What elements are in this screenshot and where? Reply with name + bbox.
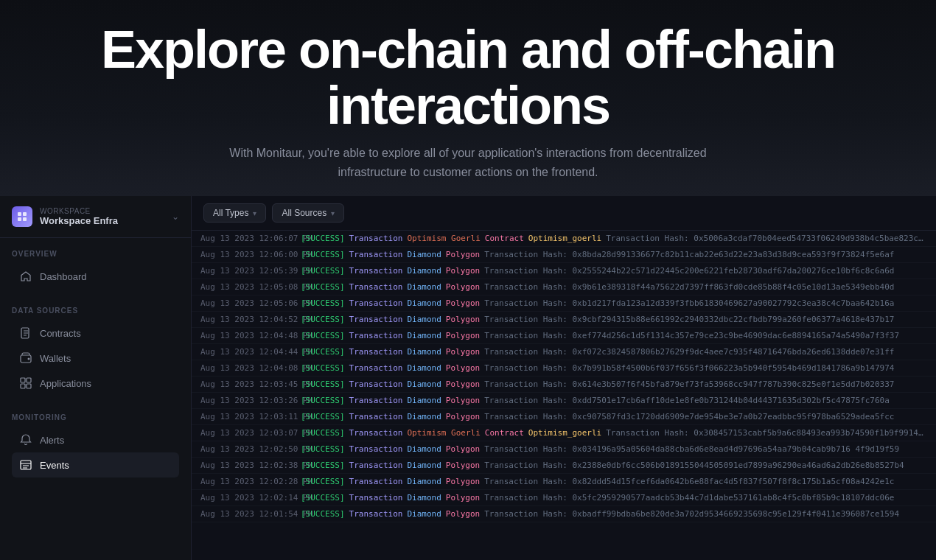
- event-hash: Transaction Hash: 0xc907587fd3c1720dd690…: [484, 412, 894, 421]
- event-type: Transaction: [349, 298, 403, 308]
- overview-section-label: OVERVIEW: [12, 250, 179, 258]
- wallets-icon: [19, 351, 32, 365]
- filter-sources-button[interactable]: All Sources ▾: [272, 203, 344, 223]
- event-chain: Diamond: [407, 379, 441, 389]
- svg-rect-3: [23, 217, 27, 221]
- event-type: Transaction: [349, 266, 403, 276]
- event-type: Transaction: [349, 428, 403, 438]
- event-row[interactable]: Aug 13 2023 12:05:06 PM [SUCCESS] Transa…: [192, 295, 936, 312]
- event-row[interactable]: Aug 13 2023 12:02:28 PM [SUCCESS] Transa…: [192, 474, 936, 490]
- sidebar-item-contracts[interactable]: Contracts: [12, 321, 179, 346]
- sidebar-item-dashboard[interactable]: Dashboard: [12, 264, 179, 289]
- event-row[interactable]: Aug 13 2023 12:04:44 PM [SUCCESS] Transa…: [192, 344, 936, 360]
- svg-rect-11: [27, 378, 31, 382]
- event-status: [SUCCESS]: [301, 461, 345, 470]
- event-chain: Diamond: [407, 396, 441, 405]
- event-row[interactable]: Aug 13 2023 12:02:14 PM [SUCCESS] Transa…: [192, 490, 936, 506]
- event-row[interactable]: Aug 13 2023 12:06:07 PM [SUCCESS] Transa…: [192, 231, 936, 247]
- event-network: Polygon: [446, 250, 480, 259]
- event-hash: Transaction Hash: 0x308457153cabf5b9a6c8…: [606, 428, 927, 438]
- hero-subtitle: With Monitaur, you're able to explore al…: [217, 144, 719, 181]
- event-network: Contract: [485, 234, 524, 243]
- svg-rect-13: [27, 384, 31, 388]
- event-time: Aug 13 2023 12:04:52 PM: [200, 315, 296, 324]
- svg-point-9: [28, 358, 30, 360]
- event-row[interactable]: Aug 13 2023 12:06:00 PM [SUCCESS] Transa…: [192, 247, 936, 263]
- event-row[interactable]: Aug 13 2023 12:04:48 PM [SUCCESS] Transa…: [192, 328, 936, 344]
- event-row[interactable]: Aug 13 2023 12:02:38 PM [SUCCESS] Transa…: [192, 458, 936, 474]
- event-row[interactable]: Aug 13 2023 12:02:50 PM [SUCCESS] Transa…: [192, 441, 936, 458]
- sidebar: Workspace Workspace Enfra ⌄ OVERVIEW Das…: [0, 196, 192, 560]
- event-time: Aug 13 2023 12:01:54 PM: [200, 509, 296, 519]
- event-status: [SUCCESS]: [301, 250, 345, 259]
- home-icon: [19, 270, 32, 283]
- event-time: Aug 13 2023 12:02:14 PM: [200, 493, 296, 503]
- event-status: [SUCCESS]: [301, 331, 345, 340]
- dashboard-label: Dashboard: [40, 271, 87, 282]
- sidebar-item-applications[interactable]: Applications: [12, 371, 179, 396]
- event-row[interactable]: Aug 13 2023 12:03:26 PM [SUCCESS] Transa…: [192, 393, 936, 409]
- event-status: [SUCCESS]: [301, 412, 345, 421]
- event-time: Aug 13 2023 12:03:11 PM: [200, 412, 296, 421]
- event-network: Polygon: [446, 477, 480, 486]
- monitoring-section: MONITORING Alerts: [0, 402, 191, 483]
- event-time: Aug 13 2023 12:03:07 PM: [200, 428, 296, 438]
- event-network: Contract: [485, 428, 524, 438]
- event-row[interactable]: Aug 13 2023 12:03:07 PM [SUCCESS] Transa…: [192, 425, 936, 441]
- data-sources-label: DATA SOURCES: [12, 307, 179, 315]
- event-row[interactable]: Aug 13 2023 12:05:39 PM [SUCCESS] Transa…: [192, 263, 936, 279]
- event-hash: Transaction Hash: 0x614e3b507f6f45bfa879…: [484, 379, 894, 389]
- event-hash: Transaction Hash: 0x9b61e389318f44a75622…: [484, 282, 894, 292]
- event-time: Aug 13 2023 12:02:28 PM: [200, 477, 296, 486]
- event-hash: Transaction Hash: 0xef774d256c1d5f1314c3…: [484, 331, 899, 340]
- workspace-header[interactable]: Workspace Workspace Enfra ⌄: [0, 196, 191, 238]
- event-list[interactable]: Aug 13 2023 12:06:07 PM [SUCCESS] Transa…: [192, 231, 936, 560]
- svg-rect-2: [18, 217, 21, 221]
- event-network: Polygon: [446, 379, 480, 389]
- event-time: Aug 13 2023 12:04:44 PM: [200, 347, 296, 357]
- event-chain: Diamond: [407, 477, 441, 486]
- filter-types-label: All Types: [213, 208, 248, 218]
- event-status: [SUCCESS]: [301, 477, 345, 486]
- event-status: [SUCCESS]: [301, 298, 345, 308]
- event-hash: Transaction Hash: 0x7b991b58f4500b6f037f…: [484, 363, 894, 373]
- event-row[interactable]: Aug 13 2023 12:04:52 PM [SUCCESS] Transa…: [192, 312, 936, 328]
- event-type: Transaction: [349, 396, 403, 405]
- event-row[interactable]: Aug 13 2023 12:04:08 PM [SUCCESS] Transa…: [192, 360, 936, 377]
- event-type: Transaction: [349, 331, 403, 340]
- event-type: Transaction: [349, 315, 403, 324]
- contracts-icon: [19, 326, 32, 340]
- event-row[interactable]: Aug 13 2023 12:03:11 PM [SUCCESS] Transa…: [192, 409, 936, 425]
- sidebar-item-wallets[interactable]: Wallets: [12, 346, 179, 371]
- event-time: Aug 13 2023 12:02:38 PM: [200, 461, 296, 470]
- event-chain: Diamond: [407, 363, 441, 373]
- event-status: [SUCCESS]: [301, 315, 345, 324]
- event-chain: Diamond: [407, 444, 441, 454]
- event-hash: Transaction Hash: 0xb1d217fda123a12d339f…: [484, 298, 894, 308]
- svg-rect-1: [23, 212, 27, 216]
- filter-types-button[interactable]: All Types ▾: [203, 203, 266, 223]
- sidebar-item-alerts[interactable]: Alerts: [12, 427, 179, 452]
- event-row[interactable]: Aug 13 2023 12:01:54 PM [SUCCESS] Transa…: [192, 506, 936, 522]
- event-row[interactable]: Aug 13 2023 12:05:08 PM [SUCCESS] Transa…: [192, 279, 936, 295]
- event-type: Transaction: [349, 493, 403, 503]
- main-content: Workspace Workspace Enfra ⌄ OVERVIEW Das…: [0, 196, 936, 560]
- wallets-label: Wallets: [40, 353, 71, 364]
- event-network: Polygon: [446, 461, 480, 470]
- overview-section: OVERVIEW Dashboard: [0, 238, 191, 295]
- event-network: Polygon: [446, 282, 480, 292]
- event-chain: Diamond: [407, 461, 441, 470]
- data-sources-section: DATA SOURCES Contracts: [0, 295, 191, 402]
- event-hash: Transaction Hash: 0x034196a95a05604da88c…: [484, 444, 899, 454]
- event-hash: Transaction Hash: 0x82ddd54d15fcef6da064…: [484, 477, 894, 486]
- event-type: Transaction: [349, 412, 403, 421]
- event-chain: Optimism Goerli: [407, 234, 480, 243]
- event-hash: Transaction Hash: 0x2555244b22c571d22445…: [484, 266, 894, 276]
- event-time: Aug 13 2023 12:06:00 PM: [200, 250, 296, 259]
- hero-section: Explore on-chain and off-chain interacti…: [0, 0, 936, 196]
- event-hash: Transaction Hash: 0xbadff99bdba6be820de3…: [484, 509, 899, 519]
- applications-icon: [19, 377, 32, 390]
- event-row[interactable]: Aug 13 2023 12:03:45 PM [SUCCESS] Transa…: [192, 377, 936, 393]
- event-network: Polygon: [446, 493, 480, 503]
- sidebar-item-events[interactable]: Events: [12, 452, 179, 477]
